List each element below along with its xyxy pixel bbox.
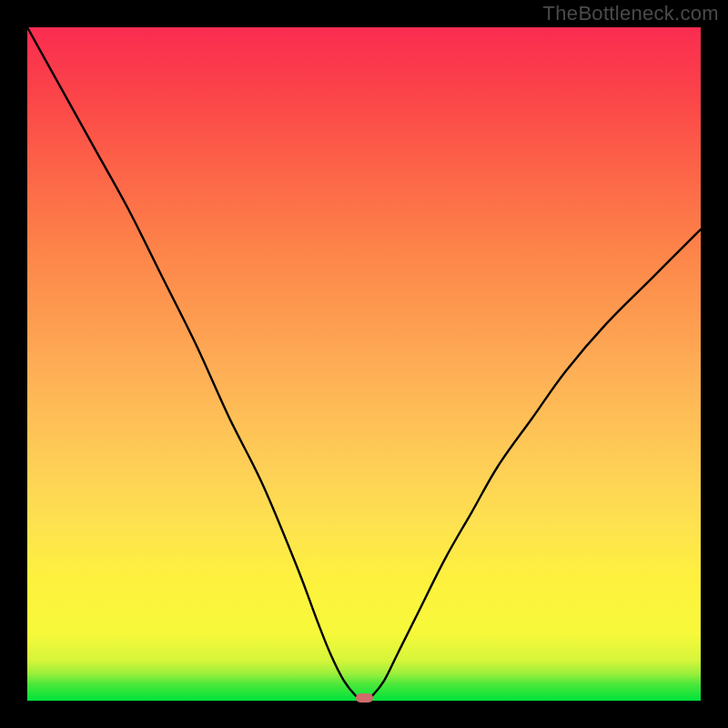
chart-frame: TheBottleneck.com — [0, 0, 728, 728]
plot-area — [27, 27, 701, 701]
watermark-text: TheBottleneck.com — [543, 2, 719, 25]
minimum-marker — [356, 693, 373, 703]
bottleneck-curve — [27, 27, 701, 701]
